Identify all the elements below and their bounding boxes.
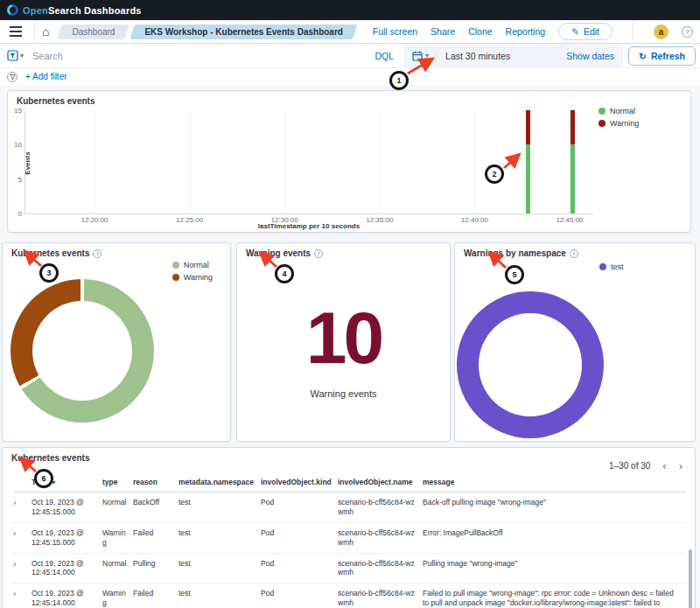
add-filter-button[interactable]: + Add filter	[25, 72, 67, 81]
edit-button[interactable]: ✎Edit	[558, 23, 612, 40]
column-namespace[interactable]: metadata.namespace	[178, 474, 261, 493]
refresh-button[interactable]: ↻Refresh	[628, 46, 696, 66]
events-histogram-plot: 12:20:0012:25:0012:30:0012:35:0012:40:00…	[8, 91, 690, 232]
legend-dot	[599, 263, 606, 270]
breadcrumb-dashboard[interactable]: Dashboard	[60, 24, 127, 39]
expand-row-icon[interactable]: ›	[13, 559, 16, 569]
expand-row-icon: ›	[13, 584, 32, 608]
menu-icon[interactable]	[10, 31, 22, 32]
legend-dot	[598, 108, 606, 115]
gridline	[284, 110, 285, 213]
expand-row-icon[interactable]: ›	[13, 528, 16, 538]
legend-item-normal[interactable]: Normal	[598, 107, 639, 115]
breadcrumb-current[interactable]: EKS Workshop - Kubernetes Events Dashboa…	[132, 24, 355, 39]
cell-name: scenario-b-cff56c84-wzwmh	[338, 493, 423, 523]
legend-item-warning[interactable]: Warning	[172, 273, 213, 282]
legend-item-test[interactable]: test	[599, 262, 624, 271]
refresh-icon: ↻	[639, 51, 647, 61]
opensearch-logo-icon	[7, 4, 18, 16]
panel-warning-events-metric: Warning eventsi 10 Warning events	[236, 242, 451, 442]
info-icon[interactable]: i	[570, 249, 578, 258]
expand-row-icon[interactable]: ›	[13, 589, 16, 598]
cell-kind: Pod	[261, 493, 338, 523]
events-donut-chart[interactable]	[10, 279, 154, 423]
home-icon[interactable]: ⌂	[42, 25, 49, 38]
gridline	[380, 110, 381, 213]
cell-reason: BackOff	[133, 493, 178, 523]
chart-legend: Normal Warning	[172, 261, 213, 282]
info-icon[interactable]: i	[314, 249, 323, 258]
show-dates-button[interactable]: Show dates	[566, 51, 623, 61]
cell-type: Warning	[102, 584, 133, 608]
query-language-button[interactable]: DQL	[374, 51, 394, 61]
gridline	[474, 110, 475, 213]
pencil-icon: ✎	[571, 26, 579, 37]
column-name[interactable]: involvedObject.name	[338, 474, 423, 493]
column-reason[interactable]: reason	[133, 474, 178, 493]
chevron-down-icon: ▾	[20, 52, 24, 59]
gridline	[190, 110, 191, 213]
pagination-range: 1–30 of 30	[609, 461, 650, 471]
expand-row-icon: ›	[13, 553, 32, 584]
vertical-scrollbar[interactable]	[689, 549, 692, 608]
search-input[interactable]	[32, 51, 364, 61]
cell-reason: Pulling	[133, 553, 178, 584]
cell-namespace: test	[178, 553, 261, 584]
cell-message: Back-off pulling image "wrong-image"	[423, 493, 686, 523]
bar-warning[interactable]	[526, 110, 530, 144]
column-type[interactable]: type	[102, 474, 133, 493]
reporting-link[interactable]: Reporting	[506, 26, 546, 37]
time-range-value[interactable]: Last 30 minutes	[437, 51, 519, 61]
clone-link[interactable]: Clone	[468, 26, 492, 37]
help-icon[interactable]: ?	[682, 26, 693, 38]
quick-select-button[interactable]: ▾	[405, 51, 437, 61]
y-tick-label: 5	[10, 176, 22, 184]
share-link[interactable]: Share	[430, 26, 455, 37]
avatar[interactable]: a	[654, 24, 668, 39]
legend-item-warning[interactable]: Warning	[598, 119, 639, 128]
bar-normal[interactable]	[526, 144, 530, 213]
panel-kubernetes-events-histogram: Kubernetes events 12:20:0012:25:0012:30:…	[7, 90, 691, 233]
cell-namespace: test	[178, 522, 261, 553]
saved-query-menu[interactable]: ▾	[7, 50, 24, 61]
dashboard-grid: Kubernetes events 12:20:0012:25:0012:30:…	[0, 85, 700, 608]
cell-name: scenario-b-cff56c84-wzwmh	[338, 553, 423, 584]
cell-reason: Failed	[133, 584, 178, 608]
column-time[interactable]: Time▼	[32, 474, 102, 493]
previous-page-icon[interactable]: ‹	[662, 460, 666, 472]
info-icon[interactable]: i	[93, 249, 102, 258]
table-row: ›Oct 19, 2023 @ 12:45:15.000WarningFaile…	[13, 522, 686, 553]
cell-namespace: test	[178, 493, 261, 523]
bar-warning[interactable]	[570, 110, 575, 144]
table-header-row: Time▼ type reason metadata.namespace inv…	[13, 474, 686, 493]
panel-title: Warning eventsi	[246, 248, 323, 258]
next-page-icon[interactable]: ›	[679, 460, 682, 472]
cell-kind: Pod	[261, 522, 338, 553]
filter-options-icon[interactable]	[7, 72, 18, 82]
chevron-down-icon: ▾	[425, 52, 429, 59]
query-bar: ▾ DQL ▾ Last 30 minutes Show dates ↻Refr…	[0, 44, 700, 68]
namespace-donut-chart[interactable]	[457, 291, 604, 438]
bar-normal[interactable]	[570, 144, 575, 213]
filter-icon	[7, 50, 18, 61]
cell-name: scenario-b-cff56c84-wzwmh	[338, 522, 423, 553]
x-axis	[24, 213, 593, 214]
cell-namespace: test	[178, 584, 261, 608]
y-tick-label: 0	[10, 210, 22, 218]
column-kind[interactable]: involvedObject.kind	[261, 474, 338, 493]
panel-title: Kubernetes eventsi	[11, 248, 102, 258]
full-screen-link[interactable]: Full screen	[373, 26, 417, 37]
y-tick-label: 10	[10, 141, 22, 149]
cell-reason: Failed	[133, 522, 178, 553]
panel-title: Kubernetes events	[11, 453, 89, 463]
panel-kubernetes-events-donut: Kubernetes eventsi Normal Warning	[2, 242, 231, 442]
cell-message: Pulling image "wrong-image"	[423, 553, 686, 584]
events-table: Time▼ type reason metadata.namespace inv…	[13, 474, 686, 608]
column-message[interactable]: message	[423, 474, 686, 493]
nav-bar: ⌂ Dashboard EKS Workshop - Kubernetes Ev…	[0, 20, 700, 44]
metric-value: 10	[237, 297, 450, 378]
table-row: ›Oct 19, 2023 @ 12:45:15.000NormalBackOf…	[13, 493, 686, 523]
legend-item-normal[interactable]: Normal	[172, 261, 213, 269]
expand-row-icon[interactable]: ›	[13, 498, 16, 507]
cell-name: scenario-b-cff56c84-wzwmh	[338, 584, 423, 608]
